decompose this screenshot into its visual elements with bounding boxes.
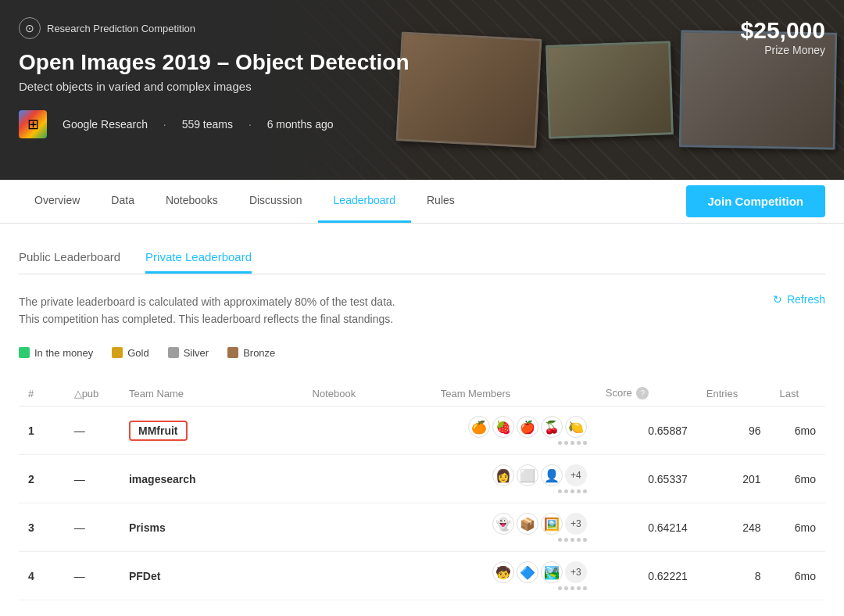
members-cell: 🍊🍓🍎🍒🍋 [431, 406, 596, 455]
table-header-row: # △pub Team Name Notebook Team Members S… [19, 381, 825, 406]
avatar: 👻 [492, 513, 514, 535]
last-cell: 6mo [771, 406, 825, 455]
tab-leaderboard[interactable]: Leaderboard [318, 180, 411, 223]
legend-dot-money [19, 347, 30, 358]
info-section: The private leaderboard is calculated wi… [19, 293, 825, 328]
entries-cell: 201 [697, 455, 771, 503]
join-competition-button[interactable]: Join Competition [686, 185, 826, 217]
legend-dot-gold [112, 347, 123, 358]
tab-discussion[interactable]: Discussion [234, 180, 318, 223]
avatar: 🏞️ [541, 561, 563, 583]
hero-title: Open Images 2019 – Object Detection [19, 50, 825, 75]
avatar-more: +3 [565, 513, 587, 535]
avatar: 👩 [492, 464, 514, 486]
rank-cell: 1 [19, 406, 65, 455]
legend-label-money: In the money [34, 347, 93, 359]
delta-cell: — [65, 552, 120, 600]
team-name-text: PFDet [129, 570, 160, 582]
info-line2: This competition has completed. This lea… [19, 310, 395, 328]
entries-cell: 8 [697, 552, 771, 600]
hero-meta: ⊞ Google Research · 559 teams · 6 months… [19, 110, 825, 138]
info-text: The private leaderboard is calculated wi… [19, 293, 395, 328]
prize-label: Prize Money [741, 44, 825, 56]
tab-rules[interactable]: Rules [411, 180, 470, 223]
time-ago: 6 months ago [267, 118, 334, 131]
legend-label-silver: Silver [184, 347, 209, 359]
score-cell: 0.65887 [596, 406, 697, 455]
hero-prize: $25,000 Prize Money [741, 17, 825, 56]
notebook-cell [303, 406, 431, 455]
notebook-cell [303, 455, 431, 503]
legend-dot-bronze [227, 347, 238, 358]
tab-overview[interactable]: Overview [19, 180, 95, 223]
rank-cell: 4 [19, 552, 65, 600]
team-name-cell[interactable]: imagesearch [120, 455, 303, 503]
hero-meta-text: Google Research · 559 teams · 6 months a… [56, 118, 340, 131]
avatar: 📦 [517, 513, 538, 535]
competition-icon: ⊙ [19, 17, 41, 39]
col-header-members: Team Members [431, 381, 596, 406]
col-header-last: Last [771, 381, 825, 406]
tab-data[interactable]: Data [95, 180, 150, 223]
legend-in-the-money: In the money [19, 347, 93, 359]
leaderboard-table: # △pub Team Name Notebook Team Members S… [19, 381, 825, 601]
team-name-highlighted: MMfruit [129, 421, 188, 441]
nav-bar: Overview Data Notebooks Discussion Leade… [0, 180, 844, 224]
rank-cell: 2 [19, 455, 65, 503]
score-cell: 0.64214 [596, 503, 697, 552]
avatar: 🍒 [541, 416, 563, 438]
team-name-cell[interactable]: MMfruit [120, 406, 303, 455]
team-name-cell[interactable]: PFDet [120, 552, 303, 600]
last-cell: 6mo [771, 503, 825, 552]
team-name-text: Prisms [129, 521, 166, 534]
notebook-cell [303, 552, 431, 600]
delta-cell: — [65, 503, 120, 552]
notebook-cell [303, 503, 431, 552]
legend-label-bronze: Bronze [243, 347, 275, 359]
info-line1: The private leaderboard is calculated wi… [19, 293, 395, 310]
legend-dot-silver [168, 347, 179, 358]
avatar: 👤 [541, 464, 563, 486]
col-header-delta: △pub [65, 381, 120, 406]
col-header-notebook: Notebook [303, 381, 431, 406]
avatar: 🍓 [492, 416, 514, 438]
legend-silver: Silver [168, 347, 209, 359]
table-row[interactable]: 2—imagesearch👩⬜👤+40.653372016mo [19, 455, 825, 503]
rank-cell: 3 [19, 503, 65, 552]
teams-count: 559 teams [182, 118, 233, 131]
legend-gold: Gold [112, 347, 148, 359]
delta-cell: — [65, 406, 120, 455]
members-cell: 👩⬜👤+4 [431, 455, 596, 503]
col-header-team-name: Team Name [120, 381, 303, 406]
sub-tab-public[interactable]: Public Leaderboard [19, 242, 120, 274]
score-cell: 0.62221 [596, 552, 697, 600]
avatar: ⬜ [517, 464, 538, 486]
refresh-icon: ↻ [773, 293, 782, 306]
hero-subtitle: Detect objects in varied and complex ima… [19, 80, 825, 93]
organizer-name: Google Research [63, 118, 148, 131]
competition-type: ⊙ Research Prediction Competition [19, 17, 825, 39]
table-row[interactable]: 3—Prisms👻📦🖼️+30.642142486mo [19, 503, 825, 552]
nav-tabs: Overview Data Notebooks Discussion Leade… [19, 180, 686, 223]
delta-cell: — [65, 455, 120, 503]
refresh-button[interactable]: ↻ Refresh [773, 293, 825, 306]
members-cell: 🧒🔷🏞️+3 [431, 552, 596, 600]
table-row[interactable]: 4—PFDet🧒🔷🏞️+30.6222186mo [19, 552, 825, 600]
col-header-score: Score ? [596, 381, 697, 406]
avatar-more: +3 [565, 561, 587, 583]
sub-tabs: Public Leaderboard Private Leaderboard [19, 242, 825, 274]
avatar: 🖼️ [541, 513, 563, 535]
prize-amount: $25,000 [741, 17, 825, 44]
table-row[interactable]: 1—MMfruit🍊🍓🍎🍒🍋0.65887966mo [19, 406, 825, 455]
refresh-label: Refresh [787, 293, 825, 306]
sub-tab-private[interactable]: Private Leaderboard [145, 242, 252, 274]
legend-label-gold: Gold [127, 347, 148, 359]
tab-notebooks[interactable]: Notebooks [150, 180, 234, 223]
team-name-cell[interactable]: Prisms [120, 503, 303, 552]
avatar: 🍋 [565, 416, 587, 438]
members-cell: 👻📦🖼️+3 [431, 503, 596, 552]
leaderboard-content: Public Leaderboard Private Leaderboard T… [0, 224, 844, 616]
score-info-icon[interactable]: ? [636, 387, 649, 399]
hero-banner: ⊙ Research Prediction Competition Open I… [0, 0, 844, 180]
org-logo: ⊞ [19, 110, 47, 138]
